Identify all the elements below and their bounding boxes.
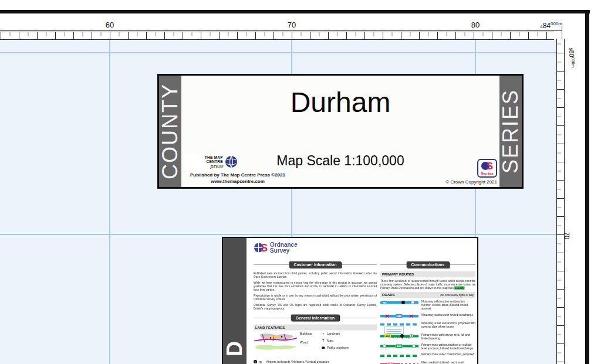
os-badge-label: Map data [478, 172, 496, 175]
primary-routes-body: These form a network of recommended thro… [380, 279, 475, 290]
publisher-block: THE MAP CENTRE press Published by The Ma… [185, 154, 291, 185]
easting-label-60: 60 [98, 21, 121, 29]
easting-label-80: 80 [464, 21, 487, 29]
road-row-motorway: M6 Motorway with junction and junction n… [380, 300, 475, 310]
public-telephone-item: ☎ Public telephone [319, 346, 349, 349]
landmark-icon: + [319, 332, 327, 335]
airport-item: ✈ ⊕ Airports (selected) / Heliports / Ve… [254, 359, 377, 364]
published-lines: Published by The Map Centre Press ©2021 … [185, 172, 291, 185]
os-map-data-badge-area: S Map data © Crown Copyright 2021 [445, 159, 497, 185]
legend-panel: D S Ordnance Survey Customer information… [222, 237, 478, 364]
gridline-northing-570 [0, 234, 556, 235]
top-km-ruler [0, 32, 554, 40]
primary-routes-bar: PRIMARY ROUTES [380, 271, 475, 277]
buildings-label: Buildings [300, 332, 312, 335]
land-symbol-column: + Landmark T Mast ☎ Public telephone [319, 332, 349, 356]
road-row-primary-construction: Primary route under construction, propos… [380, 353, 475, 359]
road-row-primary-service: A66 S Dual carriageway Primary route wit… [380, 333, 475, 340]
mast-icon: T [319, 339, 327, 342]
map-extract-thumbnail [254, 332, 298, 356]
legend-content: S Ordnance Survey Customer information P… [247, 238, 477, 364]
title-block-content: Durham Map Scale 1:100,000 THE MAP CENTR… [181, 76, 499, 187]
telephone-icon: ☎ [319, 346, 327, 349]
county-band-label: COUNTY [158, 83, 183, 179]
landmark-item: + Landmark [319, 332, 349, 335]
customer-info-paragraph: Ordnance Survey, OS and OS logos are reg… [254, 303, 377, 310]
os-map-data-badge: S Map data [477, 159, 497, 178]
gridline-northing-580 [0, 52, 556, 53]
right-km-ruler [556, 39, 565, 364]
road-row-motorway-junction: M48 Motorway junction with limited inter… [380, 313, 475, 319]
mast-item: T Mast [319, 339, 349, 342]
legend-right-column: Communications PRIMARY ROUTES These form… [380, 261, 475, 364]
crown-copyright: © Crown Copyright 2021 [445, 179, 497, 185]
land-feature-labels: Buildings Wood [300, 332, 312, 356]
land-features-sample: Buildings Wood + Landmark T Mast [254, 332, 377, 356]
county-band: COUNTY [159, 76, 181, 187]
ordnance-survey-wordmark: Ordnance Survey [270, 242, 298, 253]
os-logo-icon: S [481, 161, 493, 171]
ordnance-survey-logo: S Ordnance Survey [254, 242, 298, 253]
map-title: Durham [181, 86, 499, 118]
roads-bar: ROADS not necessarily rights of way [380, 292, 475, 298]
northing-label-70: 70 [563, 229, 570, 242]
motorway-symbol: M6 [380, 301, 418, 305]
road-row-main-road: Toll Main road with toll and road tunnel [380, 361, 475, 364]
legend-left-column: Customer information Published data sour… [254, 261, 377, 364]
wood-label: Wood [300, 341, 312, 344]
customer-info-paragraph: While we have endeavoured to ensure that… [254, 281, 377, 292]
motorway-junction-symbol: M48 [380, 314, 418, 318]
communications-header: Communications [380, 261, 475, 269]
primary-junction-symbol: A66 [380, 343, 418, 348]
roads-note: not necessarily rights of way [440, 294, 474, 297]
publisher-logo-text: THE MAP CENTRE press [187, 155, 223, 169]
primary-destination-sample: LEEDS [454, 286, 465, 290]
customer-info-paragraph: Reproduction in whole or in part by any … [254, 294, 377, 301]
legend-side-letter: D [222, 337, 247, 360]
customer-information-header: Customer information [254, 261, 377, 269]
heliport-icon: ⊕ [259, 359, 262, 364]
primary-construction-symbol [380, 353, 418, 358]
page-border-top [0, 10, 590, 13]
general-information-header: General information [254, 314, 377, 322]
main-road-toll-symbol: Toll [380, 362, 418, 364]
title-block: COUNTY SERIES Durham Map Scale 1:100,000… [157, 74, 524, 189]
series-band-label: SERIES [498, 89, 523, 174]
corner-northing-label: 580000m [568, 45, 576, 70]
map-sheet-page: 60 70 80 484000m 580000m 70 COUNTY SERIE… [0, 0, 601, 364]
corner-easting-label: 484000m [540, 21, 562, 30]
airport-label: Airports (selected) / Heliports / Vertic… [266, 360, 329, 363]
publisher-logo: THE MAP CENTRE press [185, 154, 240, 170]
easting-label-70: 70 [280, 21, 303, 29]
legend-side-band: D [223, 238, 247, 364]
airport-icon: ✈ [254, 360, 257, 363]
series-band: SERIES [499, 76, 522, 187]
primary-route-symbol: A66 S Dual carriageway [380, 334, 418, 339]
opening-date-box [384, 326, 404, 334]
motorway-construction-symbol [380, 322, 418, 326]
page-border-right [585, 10, 589, 364]
road-row-primary-junctions: A66 Primary route with roundabout or mul… [380, 343, 475, 350]
road-row-motorway-construction: Motorway under construction, proposed wi… [380, 321, 475, 328]
gridline-easting-60 [109, 39, 110, 364]
globe-icon [225, 155, 238, 168]
land-features-bar: LAND FEATURES [254, 324, 377, 330]
customer-info-paragraph: Published data sourced from third partie… [254, 271, 377, 278]
